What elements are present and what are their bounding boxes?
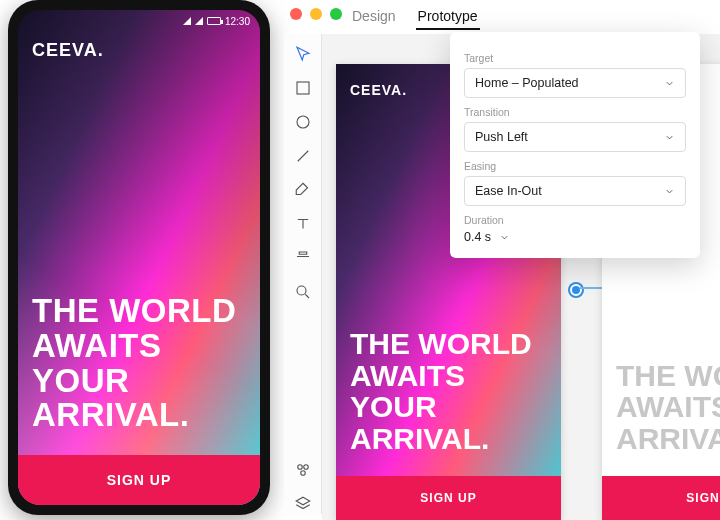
duration-label: Duration xyxy=(464,214,686,226)
interaction-popover: Target Home – Populated Transition Push … xyxy=(450,32,700,258)
close-icon[interactable] xyxy=(290,8,302,20)
chevron-down-icon xyxy=(664,132,675,143)
artboard-tool-icon[interactable] xyxy=(293,248,313,268)
artboard-brand: CEEVA. xyxy=(350,82,407,98)
easing-label: Easing xyxy=(464,160,686,172)
svg-point-2 xyxy=(297,286,306,295)
svg-point-1 xyxy=(297,116,309,128)
artboard-headline: THE WORLD AWAITS YOUR ARRIVAL. xyxy=(350,328,555,454)
chevron-down-icon xyxy=(499,232,510,243)
tab-prototype[interactable]: Prototype xyxy=(416,4,480,30)
svg-point-4 xyxy=(303,465,308,470)
zoom-icon[interactable] xyxy=(330,8,342,20)
easing-value: Ease In-Out xyxy=(475,184,542,198)
pen-tool-icon[interactable] xyxy=(293,180,313,200)
window-traffic-lights xyxy=(290,8,342,20)
battery-icon xyxy=(207,17,221,25)
svg-point-3 xyxy=(297,465,302,470)
status-bar: 12:30 xyxy=(18,10,260,32)
duration-value: 0.4 s xyxy=(464,230,491,244)
line-tool-icon[interactable] xyxy=(293,146,313,166)
layers-icon[interactable] xyxy=(293,494,313,514)
tool-rail xyxy=(284,34,322,514)
artboard-headline: THE WOR AWAITS Y ARRIVAL. xyxy=(616,360,720,455)
zoom-tool-icon[interactable] xyxy=(293,282,313,302)
chevron-down-icon xyxy=(664,186,675,197)
signal-icon xyxy=(183,17,191,25)
wifi-icon xyxy=(195,17,203,25)
text-tool-icon[interactable] xyxy=(293,214,313,234)
artboard-cta-button[interactable]: SIGN UP xyxy=(602,476,720,520)
device-frame: 12:30 CEEVA. THE WORLD AWAITS YOUR ARRIV… xyxy=(8,0,270,515)
transition-select[interactable]: Push Left xyxy=(464,122,686,152)
tab-design[interactable]: Design xyxy=(350,4,398,30)
minimize-icon[interactable] xyxy=(310,8,322,20)
ellipse-tool-icon[interactable] xyxy=(293,112,313,132)
brand-logo: CEEVA. xyxy=(32,40,104,61)
status-time: 12:30 xyxy=(225,16,250,27)
target-label: Target xyxy=(464,52,686,64)
mode-tabs: Design Prototype xyxy=(350,4,480,30)
symbols-icon[interactable] xyxy=(293,460,313,480)
signup-button[interactable]: SIGN UP xyxy=(18,455,260,505)
hero-headline: THE WORLD AWAITS YOUR ARRIVAL. xyxy=(32,294,246,433)
device-screen: 12:30 CEEVA. THE WORLD AWAITS YOUR ARRIV… xyxy=(18,10,260,505)
svg-point-5 xyxy=(300,471,305,476)
target-select[interactable]: Home – Populated xyxy=(464,68,686,98)
select-tool-icon[interactable] xyxy=(293,44,313,64)
easing-select[interactable]: Ease In-Out xyxy=(464,176,686,206)
duration-select[interactable]: 0.4 s xyxy=(464,230,686,244)
chevron-down-icon xyxy=(664,78,675,89)
prototype-connector-node[interactable] xyxy=(570,284,582,296)
transition-label: Transition xyxy=(464,106,686,118)
artboard-cta-button[interactable]: SIGN UP xyxy=(336,476,561,520)
target-value: Home – Populated xyxy=(475,76,579,90)
transition-value: Push Left xyxy=(475,130,528,144)
svg-rect-0 xyxy=(297,82,309,94)
rectangle-tool-icon[interactable] xyxy=(293,78,313,98)
